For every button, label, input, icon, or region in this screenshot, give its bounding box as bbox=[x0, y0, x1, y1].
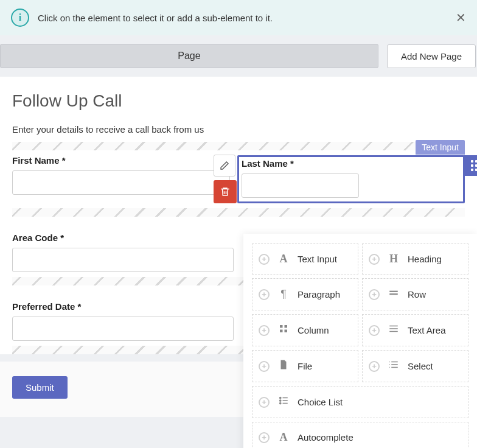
palette-item-file[interactable]: + File bbox=[252, 350, 358, 382]
palette-item-paragraph[interactable]: + ¶ Paragraph bbox=[252, 278, 358, 310]
close-icon[interactable]: ✕ bbox=[456, 12, 466, 24]
column-icon bbox=[277, 323, 290, 337]
palette-item-autocomplete[interactable]: + A Autocomplete bbox=[252, 422, 468, 448]
plus-icon: + bbox=[259, 289, 270, 300]
submit-button[interactable]: Submit bbox=[12, 376, 68, 399]
plus-icon: + bbox=[369, 325, 380, 336]
svg-rect-4 bbox=[280, 330, 283, 333]
svg-point-16 bbox=[280, 400, 281, 401]
svg-point-17 bbox=[280, 402, 281, 404]
file-icon bbox=[277, 359, 290, 373]
first-name-field[interactable]: First Name * bbox=[12, 155, 230, 203]
plus-icon: + bbox=[259, 325, 270, 336]
form-subtitle: Enter your details to receive a call bac… bbox=[12, 124, 465, 135]
info-bar: i Click on the element to select it or a… bbox=[0, 0, 477, 35]
choice-list-icon bbox=[277, 395, 290, 409]
info-message: Click on the element to select it or add… bbox=[38, 13, 273, 23]
area-code-input[interactable] bbox=[12, 248, 234, 272]
row-icon bbox=[387, 287, 400, 301]
preferred-date-field[interactable]: Preferred Date * bbox=[12, 301, 234, 341]
pilcrow-icon: ¶ bbox=[277, 288, 290, 301]
area-code-label: Area Code * bbox=[12, 233, 234, 243]
plus-icon: + bbox=[259, 432, 270, 443]
svg-rect-5 bbox=[285, 330, 288, 333]
dropzone-hatch bbox=[12, 142, 465, 150]
preferred-date-input[interactable] bbox=[12, 317, 234, 341]
element-palette: + A Text Input + H Heading + ¶ Paragraph… bbox=[243, 234, 477, 448]
dropzone-hatch bbox=[12, 208, 465, 217]
delete-button[interactable] bbox=[214, 180, 237, 203]
plus-icon: + bbox=[259, 361, 270, 372]
last-name-label: Last Name * bbox=[242, 158, 459, 169]
svg-rect-3 bbox=[285, 325, 288, 328]
select-icon bbox=[387, 359, 400, 373]
plus-icon: + bbox=[369, 361, 380, 372]
pencil-icon bbox=[220, 161, 229, 170]
selection-badge: Text Input bbox=[416, 140, 465, 155]
drag-handle[interactable] bbox=[464, 155, 477, 176]
trash-icon bbox=[220, 186, 231, 197]
add-new-page-button[interactable]: Add New Page bbox=[387, 44, 476, 68]
svg-rect-2 bbox=[280, 325, 283, 328]
area-code-field[interactable]: Area Code * bbox=[12, 233, 234, 272]
plus-icon: + bbox=[369, 289, 380, 300]
svg-point-15 bbox=[280, 397, 281, 398]
edit-button[interactable] bbox=[214, 155, 235, 177]
text-input-icon: A bbox=[277, 253, 290, 265]
tab-bar: Page Add New Page bbox=[0, 35, 477, 77]
info-icon: i bbox=[11, 9, 29, 27]
palette-item-select[interactable]: + Select bbox=[362, 350, 468, 382]
page-tab[interactable]: Page bbox=[0, 44, 378, 68]
palette-item-column[interactable]: + Column bbox=[252, 314, 358, 346]
first-name-label: First Name * bbox=[12, 155, 230, 166]
preferred-date-label: Preferred Date * bbox=[12, 301, 234, 312]
heading-icon: H bbox=[387, 253, 400, 265]
autocomplete-icon: A bbox=[277, 431, 290, 444]
form-title: Follow Up Call bbox=[12, 91, 465, 111]
first-name-input[interactable] bbox=[12, 170, 230, 195]
palette-item-text-area[interactable]: + Text Area bbox=[362, 314, 468, 346]
text-area-icon bbox=[387, 323, 400, 337]
palette-item-heading[interactable]: + H Heading bbox=[362, 243, 468, 275]
name-row: First Name * Text Input Last Name * bbox=[12, 155, 465, 203]
plus-icon: + bbox=[259, 397, 270, 408]
plus-icon: + bbox=[259, 254, 270, 265]
plus-icon: + bbox=[369, 254, 380, 265]
last-name-input[interactable] bbox=[242, 173, 359, 198]
palette-item-row[interactable]: + Row bbox=[362, 278, 468, 310]
palette-item-choice-list[interactable]: + Choice List bbox=[252, 386, 468, 418]
last-name-field-selected[interactable]: Text Input Last Name * bbox=[237, 155, 465, 203]
palette-item-text-input[interactable]: + A Text Input bbox=[252, 243, 358, 275]
